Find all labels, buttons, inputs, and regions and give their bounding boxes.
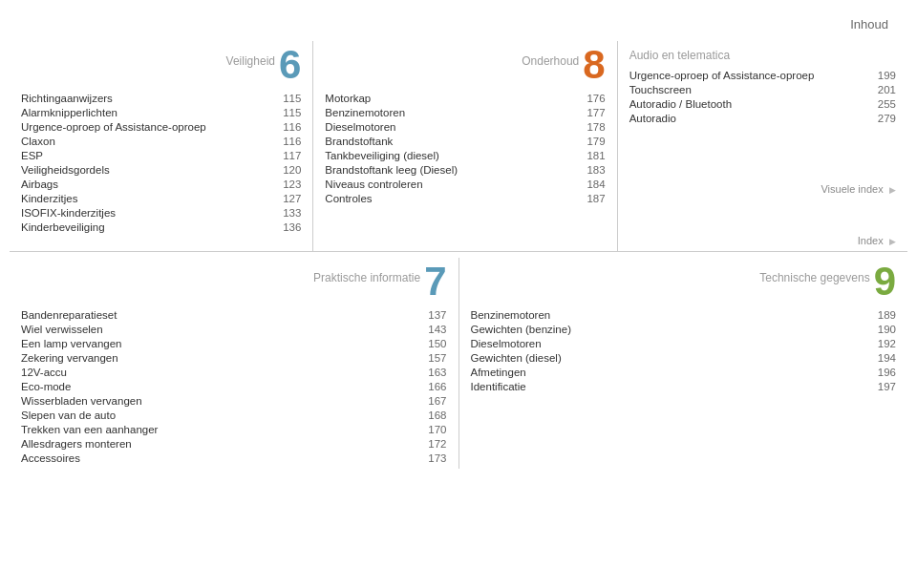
entry-page: 177	[586, 107, 605, 118]
entry-page: 127	[283, 193, 301, 204]
entry-page: 190	[878, 324, 896, 335]
entry-label: Accessoires	[21, 452, 80, 464]
entry-page: 117	[283, 150, 301, 161]
entry-label: Richtingaanwijzers	[21, 93, 113, 104]
list-item: Dieselmotoren 178	[325, 119, 605, 134]
entry-page: 115	[283, 107, 301, 118]
audio-column: Audio en telematica Urgence-oproep of As…	[617, 41, 907, 251]
top-area: Veiligheid 6 Richtingaanwijzers 115 Alar…	[10, 41, 907, 252]
entry-page: 176	[586, 93, 605, 104]
praktische-number: 7	[424, 262, 446, 302]
list-item: Allesdragers monteren 172	[21, 436, 447, 451]
entry-label: Identificatie	[471, 381, 526, 392]
entry-page: 173	[428, 452, 446, 464]
onderhoud-column: Onderhoud 8 Motorkap 176 Benzinemotoren …	[312, 41, 616, 251]
audio-entries: Urgence-oproep of Assistance-oproep 199 …	[629, 68, 896, 125]
list-item: Urgence-oproep of Assistance-oproep 116	[21, 119, 301, 134]
entry-page: 181	[586, 150, 605, 161]
page-header: Inhoud	[0, 10, 917, 37]
entry-label: Bandenreparatieset	[21, 309, 117, 321]
list-item: Claxon 116	[21, 134, 301, 148]
entry-label: Wiel verwisselen	[21, 324, 103, 335]
list-item: Autoradio 279	[629, 111, 896, 125]
entry-page: 192	[878, 338, 896, 349]
praktische-heading: Praktische informatie	[21, 262, 420, 284]
technische-column: Technische gegevens 9 Benzinemotoren 189…	[458, 258, 908, 469]
list-item: Motorkap 176	[325, 91, 605, 105]
entry-page: 255	[878, 98, 896, 110]
entry-label: Brandstoftank	[325, 136, 393, 147]
list-item: Controles 187	[325, 191, 605, 205]
entry-page: 183	[586, 164, 605, 176]
entry-label: Trekken van een aanhanger	[21, 424, 158, 435]
entry-page: 194	[878, 352, 896, 364]
list-item: ESP 117	[21, 148, 301, 162]
entry-page: 115	[283, 93, 301, 104]
entry-page: 168	[428, 410, 446, 421]
entry-label: Kinderbeveiliging	[21, 221, 105, 233]
list-item: ISOFIX-kinderzitjes 133	[21, 205, 301, 220]
technische-header: Technische gegevens 9	[471, 262, 897, 302]
audio-heading: Audio en telematica	[629, 49, 896, 62]
onderhoud-header: Onderhoud 8	[325, 45, 605, 85]
list-item: Zekering vervangen 157	[21, 350, 447, 365]
index-note: Index ▶	[629, 234, 896, 247]
list-item: Trekken van een aanhanger 170	[21, 422, 447, 436]
entry-page: 172	[428, 438, 446, 450]
list-item: Dieselmotoren 192	[471, 336, 897, 350]
praktische-entries: Bandenreparatieset 137 Wiel verwisselen …	[21, 307, 447, 465]
entry-label: 12V-accu	[21, 367, 67, 378]
veiligheid-entries: Richtingaanwijzers 115 Alarmknipperlicht…	[21, 91, 301, 234]
list-item: Kinderbeveiliging 136	[21, 220, 301, 234]
list-item: Accessoires 173	[21, 451, 447, 465]
entry-label: Niveaus controleren	[325, 178, 422, 190]
entry-label: Allesdragers monteren	[21, 438, 132, 450]
visuele-index-arrow: ▶	[889, 185, 896, 195]
entry-page: 189	[878, 309, 896, 321]
entry-page: 143	[428, 324, 446, 335]
list-item: Eco-mode 166	[21, 379, 447, 393]
entry-label: Wisserbladen vervangen	[21, 395, 142, 407]
technische-heading: Technische gegevens	[471, 262, 870, 284]
list-item: Identificatie 197	[471, 379, 897, 393]
praktische-header: Praktische informatie 7	[21, 262, 447, 302]
veiligheid-column: Veiligheid 6 Richtingaanwijzers 115 Alar…	[10, 41, 312, 251]
entry-label: Dieselmotoren	[325, 121, 395, 133]
entry-page: 199	[878, 70, 896, 81]
entry-page: 123	[283, 178, 301, 190]
list-item: Niveaus controleren 184	[325, 177, 605, 191]
entry-page: 184	[586, 178, 605, 190]
list-item: 12V-accu 163	[21, 365, 447, 379]
entry-page: 201	[878, 84, 896, 95]
entry-label: Slepen van de auto	[21, 410, 116, 421]
entry-page: 150	[428, 338, 446, 349]
entry-page: 170	[428, 424, 446, 435]
entry-label: Urgence-oproep of Assistance-oproep	[629, 70, 815, 81]
list-item: Tankbeveiliging (diesel) 181	[325, 148, 605, 162]
onderhoud-number: 8	[583, 45, 605, 85]
list-item: Een lamp vervangen 150	[21, 336, 447, 350]
header-title: Inhoud	[850, 17, 888, 32]
entry-page: 116	[283, 136, 301, 147]
veiligheid-heading: Veiligheid	[21, 45, 275, 68]
list-item: Gewichten (diesel) 194	[471, 350, 897, 365]
entry-page: 157	[428, 352, 446, 364]
entry-page: 133	[283, 207, 301, 219]
entry-label: Urgence-oproep of Assistance-oproep	[21, 121, 206, 133]
list-item: Benzinemotoren 177	[325, 105, 605, 119]
entry-page: 120	[283, 164, 301, 176]
list-item: Veiligheidsgordels 120	[21, 162, 301, 177]
list-item: Wiel verwisselen 143	[21, 322, 447, 336]
entry-label: Claxon	[21, 136, 55, 147]
visuele-index-note: Visuele index ▶	[629, 182, 896, 196]
entry-label: Kinderzitjes	[21, 193, 77, 204]
onderhoud-heading: Onderhoud	[325, 45, 579, 68]
entry-label: ESP	[21, 150, 43, 161]
entry-label: Controles	[325, 193, 372, 204]
technische-number: 9	[874, 262, 896, 302]
list-item: Urgence-oproep of Assistance-oproep 199	[629, 68, 896, 82]
onderhoud-entries: Motorkap 176 Benzinemotoren 177 Dieselmo…	[325, 91, 605, 205]
entry-label: Benzinemotoren	[471, 309, 551, 321]
praktische-column: Praktische informatie 7 Bandenreparaties…	[10, 258, 458, 469]
list-item: Brandstoftank 179	[325, 134, 605, 148]
